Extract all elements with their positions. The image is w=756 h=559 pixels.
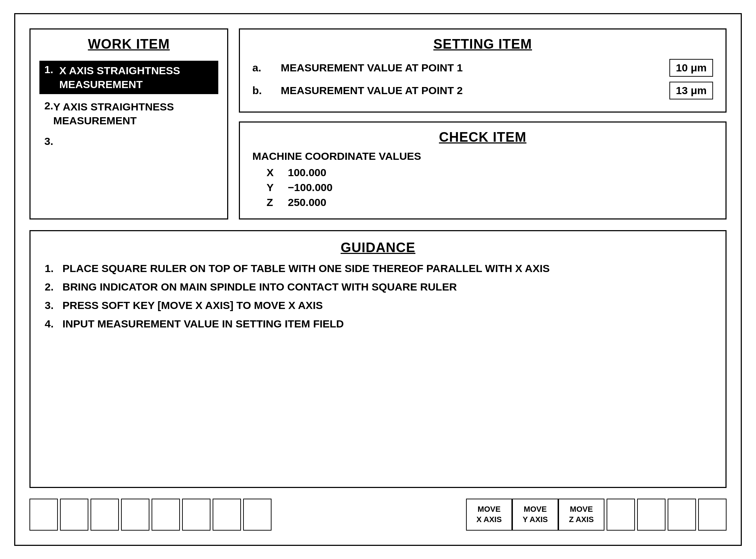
move-z-line2: Z AXIS — [569, 515, 594, 525]
move-x-line2: X AXIS — [476, 515, 502, 525]
toolbar-btn-left-8[interactable] — [243, 499, 272, 531]
toolbar-btn-right-1[interactable] — [607, 499, 635, 531]
guidance-item-1: 1. PLACE SQUARE RULER ON TOP OF TABLE WI… — [45, 262, 711, 275]
toolbar-btn-right-2[interactable] — [637, 499, 665, 531]
work-item-entry-3[interactable]: 3. — [39, 133, 218, 150]
coord-axis-x: X — [267, 167, 277, 179]
right-section: SETTING ITEM a. MEASUREMENT VALUE AT POI… — [239, 28, 727, 219]
toolbar-right-group — [607, 499, 727, 531]
work-item-text-2: Y AXIS STRAIGHTNESS MEASUREMENT — [53, 100, 213, 127]
guidance-item-3: 3. PRESS SOFT KEY [MOVE X AXIS] TO MOVE … — [45, 299, 711, 311]
coord-value-z: 250.000 — [288, 196, 326, 208]
coord-axis-z: Z — [267, 196, 277, 208]
work-item-num-2: 2. — [44, 100, 53, 112]
check-coord-z: Z 250.000 — [252, 196, 713, 208]
guidance-num-4: 4. — [45, 318, 57, 330]
work-item-entry-2[interactable]: 2. Y AXIS STRAIGHTNESS MEASUREMENT — [39, 98, 218, 130]
setting-row-b: b. MEASUREMENT VALUE AT POINT 2 13 μm — [252, 82, 713, 99]
guidance-box: GUIDANCE 1. PLACE SQUARE RULER ON TOP OF… — [29, 230, 727, 488]
setting-value-b[interactable]: 13 μm — [669, 82, 713, 99]
guidance-item-4: 4. INPUT MEASUREMENT VALUE IN SETTING IT… — [45, 318, 711, 330]
setting-value-a[interactable]: 10 μm — [669, 59, 713, 77]
guidance-item-2: 2. BRING INDICATOR ON MAIN SPINDLE INTO … — [45, 281, 711, 293]
guidance-title: GUIDANCE — [45, 240, 711, 255]
guidance-list: 1. PLACE SQUARE RULER ON TOP OF TABLE WI… — [45, 262, 711, 330]
coord-value-y: −100.000 — [288, 181, 333, 194]
guidance-text-3: PRESS SOFT KEY [MOVE X AXIS] TO MOVE X A… — [62, 299, 323, 311]
work-item-entry-1[interactable]: 1. X AXIS STRAIGHTNESS MEASUREMENT — [39, 61, 218, 94]
main-container: WORK ITEM 1. X AXIS STRAIGHTNESS MEASURE… — [14, 13, 742, 546]
work-item-num-3: 3. — [44, 135, 53, 147]
top-section: WORK ITEM 1. X AXIS STRAIGHTNESS MEASURE… — [29, 28, 727, 219]
work-item-num-1: 1. — [44, 64, 59, 76]
toolbar-btn-right-4[interactable] — [698, 499, 727, 531]
toolbar-btn-left-4[interactable] — [121, 499, 149, 531]
setting-item-title: SETTING ITEM — [252, 37, 713, 52]
check-item-box: CHECK ITEM MACHINE COORDINATE VALUES X 1… — [239, 121, 727, 219]
bottom-toolbar: MOVE X AXIS MOVE Y AXIS MOVE Z AXIS — [29, 499, 727, 531]
guidance-num-2: 2. — [45, 281, 57, 293]
setting-item-box: SETTING ITEM a. MEASUREMENT VALUE AT POI… — [239, 28, 727, 113]
move-y-line2: Y AXIS — [523, 515, 548, 525]
work-item-title: WORK ITEM — [39, 37, 218, 52]
check-item-title: CHECK ITEM — [252, 130, 713, 145]
toolbar-move-z[interactable]: MOVE Z AXIS — [558, 499, 604, 531]
toolbar-move-x[interactable]: MOVE X AXIS — [466, 499, 512, 531]
toolbar-btn-left-7[interactable] — [213, 499, 241, 531]
toolbar-left-group — [29, 499, 272, 531]
toolbar-btn-right-3[interactable] — [668, 499, 696, 531]
toolbar-btn-left-1[interactable] — [29, 499, 58, 531]
move-z-line1: MOVE — [570, 504, 593, 515]
toolbar-btn-left-5[interactable] — [152, 499, 180, 531]
setting-label-a: a. — [252, 62, 274, 74]
coord-axis-y: Y — [267, 181, 277, 194]
setting-row-a: a. MEASUREMENT VALUE AT POINT 1 10 μm — [252, 59, 713, 77]
guidance-text-1: PLACE SQUARE RULER ON TOP OF TABLE WITH … — [62, 262, 550, 275]
setting-desc-b: MEASUREMENT VALUE AT POINT 2 — [281, 85, 662, 97]
coord-value-x: 100.000 — [288, 167, 326, 179]
check-coord-y: Y −100.000 — [252, 181, 713, 194]
guidance-text-2: BRING INDICATOR ON MAIN SPINDLE INTO CON… — [62, 281, 457, 293]
check-coord-x: X 100.000 — [252, 167, 713, 179]
move-y-line1: MOVE — [524, 504, 547, 515]
toolbar-move-group: MOVE X AXIS MOVE Y AXIS MOVE Z AXIS — [466, 499, 604, 531]
toolbar-move-y[interactable]: MOVE Y AXIS — [512, 499, 558, 531]
setting-label-b: b. — [252, 85, 274, 97]
work-item-text-1: X AXIS STRAIGHTNESS MEASUREMENT — [59, 64, 213, 91]
guidance-num-1: 1. — [45, 262, 57, 275]
toolbar-btn-left-2[interactable] — [60, 499, 88, 531]
guidance-text-4: INPUT MEASUREMENT VALUE IN SETTING ITEM … — [62, 318, 344, 330]
setting-desc-a: MEASUREMENT VALUE AT POINT 1 — [281, 62, 662, 74]
toolbar-btn-left-6[interactable] — [182, 499, 210, 531]
check-item-subtitle: MACHINE COORDINATE VALUES — [252, 150, 713, 162]
guidance-num-3: 3. — [45, 299, 57, 311]
toolbar-btn-left-3[interactable] — [91, 499, 119, 531]
work-item-box: WORK ITEM 1. X AXIS STRAIGHTNESS MEASURE… — [29, 28, 228, 219]
move-x-line1: MOVE — [478, 504, 501, 515]
